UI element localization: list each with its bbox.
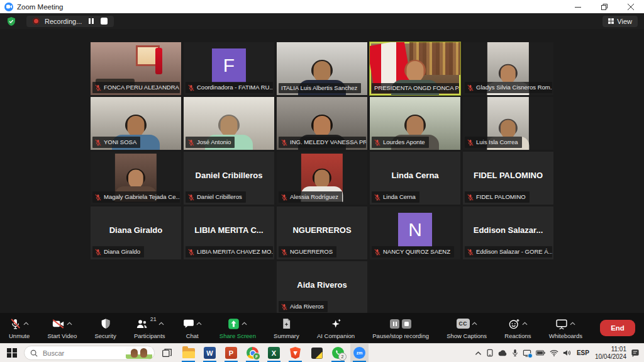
participant-tile[interactable]: Magaly Gabriela Tejada Ce...	[91, 152, 181, 205]
taskbar-search[interactable]	[24, 346, 155, 360]
stop-icon[interactable]	[402, 319, 411, 329]
wifi-icon[interactable]	[550, 349, 558, 356]
end-meeting-button[interactable]: End	[600, 320, 635, 336]
view-button[interactable]: View	[602, 16, 638, 27]
chevron-up-icon[interactable]	[196, 322, 202, 325]
encryption-shield-icon[interactable]	[6, 16, 16, 26]
video-off-icon	[52, 318, 65, 330]
chevron-up-icon[interactable]	[242, 322, 247, 325]
participant-name-label: ING. MELEDY VANESSA PR...	[279, 137, 366, 148]
participant-display-name: Eddison Salazar...	[464, 225, 552, 234]
language-indicator[interactable]: ESP	[575, 349, 591, 356]
chevron-up-icon[interactable]	[67, 322, 72, 325]
microphone-icon[interactable]	[512, 349, 518, 357]
toolbar-reactions[interactable]: Reactions	[504, 317, 531, 339]
participant-tile[interactable]: Lourdes Aponte	[370, 97, 460, 150]
taskbar-brave[interactable]	[286, 344, 304, 362]
taskbar-word[interactable]: W	[201, 344, 219, 362]
participant-tile[interactable]: José Antonio	[184, 97, 274, 150]
participant-name-text: FIDEL PALOMINO	[476, 194, 526, 200]
pause-recording-button[interactable]	[87, 18, 96, 24]
toolbar-security[interactable]: Security	[94, 317, 116, 339]
task-view-button[interactable]	[158, 344, 176, 362]
search-input[interactable]	[42, 349, 122, 358]
pause-icon[interactable]	[390, 319, 399, 329]
chevron-up-icon[interactable]	[23, 322, 29, 325]
toolbar-show-captions[interactable]: CC Show Captions	[447, 317, 487, 339]
minimize-button[interactable]	[565, 0, 591, 13]
chrome-profile-badge: F	[253, 353, 260, 360]
chevron-up-icon[interactable]	[158, 322, 164, 325]
participant-name-text: Lourdes Aponte	[383, 139, 425, 145]
security-shield-icon	[100, 318, 111, 329]
participant-name-text: Luis Isla Correa	[476, 139, 518, 145]
participant-tile[interactable]: Daniel Cribilleros Daniel Cribilleros	[184, 152, 274, 205]
device-icon[interactable]	[486, 349, 494, 357]
participant-tile[interactable]: ITALIA Luis Albertis Sanchez	[277, 42, 367, 95]
screenshare-icon[interactable]	[523, 349, 531, 357]
participant-name-label: Eddison Salazar - GORE Á...	[465, 246, 552, 257]
mic-muted-icon	[188, 139, 194, 146]
participant-tile[interactable]: Aida Riveros Aida Riveros	[277, 261, 367, 313]
participant-tile[interactable]: NGUERREROS NGUERREROS	[277, 206, 367, 259]
toolbar-share-screen[interactable]: Share Screen	[219, 317, 256, 339]
battery-icon[interactable]	[536, 350, 545, 356]
participant-tile[interactable]: Linda Cerna Linda Cerna	[370, 152, 460, 205]
chevron-up-icon[interactable]	[522, 322, 528, 325]
participant-grid: FONCA PERU ALEJANDRA ...F Coordinadora -…	[91, 42, 553, 313]
participant-tile[interactable]: N NANCY QUIROZ SAENZ	[370, 206, 460, 259]
participant-tile[interactable]: F Coordinadora - FATIMA RU...	[184, 42, 274, 95]
toolbar-start-video[interactable]: Start Video	[47, 317, 77, 339]
taskbar-excel[interactable]: X	[265, 344, 283, 362]
system-tray: ESP 11:01 10/04/2024	[475, 346, 641, 361]
participant-tile[interactable]: Luis Isla Correa	[463, 97, 553, 150]
taskbar-powerpoint[interactable]: P	[222, 344, 240, 362]
toolbar-pause-stop-recording[interactable]: Pause/stop recording	[372, 317, 429, 339]
participant-name-label: NANCY QUIROZ SAENZ	[372, 246, 454, 257]
chevron-up-icon[interactable]	[472, 322, 477, 325]
recording-dot-icon	[33, 18, 40, 25]
toolbar-participants[interactable]: 21 Participants	[134, 317, 165, 339]
taskbar-whatsapp[interactable]: 2	[329, 344, 347, 362]
toolbar-whiteboards[interactable]: Whiteboards	[549, 317, 582, 339]
taskbar-notes-app[interactable]	[308, 344, 326, 362]
volume-icon[interactable]	[563, 349, 571, 356]
participant-tile[interactable]: PRESIDENTA ONGD FONCA P...	[370, 42, 460, 95]
hidden-icons-chevron[interactable]	[475, 351, 482, 356]
toolbar-unmute[interactable]: Unmute	[9, 317, 30, 339]
notification-center-button[interactable]	[631, 349, 640, 357]
participant-tile[interactable]: LIBIA MERITA C... LIBIA MERITA CHAVEZ MO…	[184, 206, 274, 259]
participant-tile[interactable]: FONCA PERU ALEJANDRA ...	[91, 42, 181, 95]
toolbar-ai-companion[interactable]: AI Companion	[317, 317, 355, 339]
onedrive-icon[interactable]	[498, 350, 508, 356]
participant-tile[interactable]: Alessia Rodríguez	[277, 152, 367, 205]
participant-tile[interactable]: ING. MELEDY VANESSA PR...	[277, 97, 367, 150]
stop-recording-button[interactable]	[101, 18, 108, 25]
mic-muted-icon	[188, 249, 194, 256]
participant-tile[interactable]: FIDEL PALOMINO FIDEL PALOMINO	[463, 152, 553, 205]
clock-time: 11:01	[595, 346, 626, 353]
zoom-meeting-window: Zoom Meeting Recording... View	[0, 0, 644, 362]
restore-button[interactable]	[591, 0, 618, 13]
participant-tile[interactable]: Gladys Silvia Cisneros Rom...	[463, 42, 553, 95]
participant-name-label: PRESIDENTA ONGD FONCA P...	[372, 83, 459, 94]
participant-tile[interactable]: Diana Giraldo Diana Giraldo	[91, 206, 181, 259]
start-button[interactable]	[3, 344, 21, 362]
participant-name-text: Gladys Silvia Cisneros Rom...	[476, 84, 552, 91]
whiteboard-icon	[555, 318, 568, 330]
search-box-image[interactable]	[126, 347, 152, 359]
zoom-toolbar: Unmute Start Video Security	[0, 313, 644, 343]
toolbar-summary[interactable]: Summary	[274, 317, 299, 339]
chevron-up-icon[interactable]	[570, 322, 575, 325]
taskbar-chrome[interactable]: F	[243, 344, 262, 362]
participant-name-text: NGUERREROS	[290, 249, 333, 255]
toolbar-chat[interactable]: Chat	[183, 317, 202, 339]
taskbar-clock[interactable]: 11:01 10/04/2024	[595, 346, 626, 361]
taskbar-zoom[interactable]: zm	[350, 344, 369, 362]
close-button[interactable]	[618, 0, 644, 13]
participant-tile[interactable]: YONI SOSA	[91, 97, 181, 150]
taskbar-file-explorer[interactable]	[179, 344, 197, 362]
participants-count-badge: 21	[150, 316, 157, 322]
participant-tile[interactable]: Eddison Salazar... Eddison Salazar - GOR…	[463, 206, 553, 259]
participant-name-label: FONCA PERU ALEJANDRA ...	[92, 82, 180, 93]
